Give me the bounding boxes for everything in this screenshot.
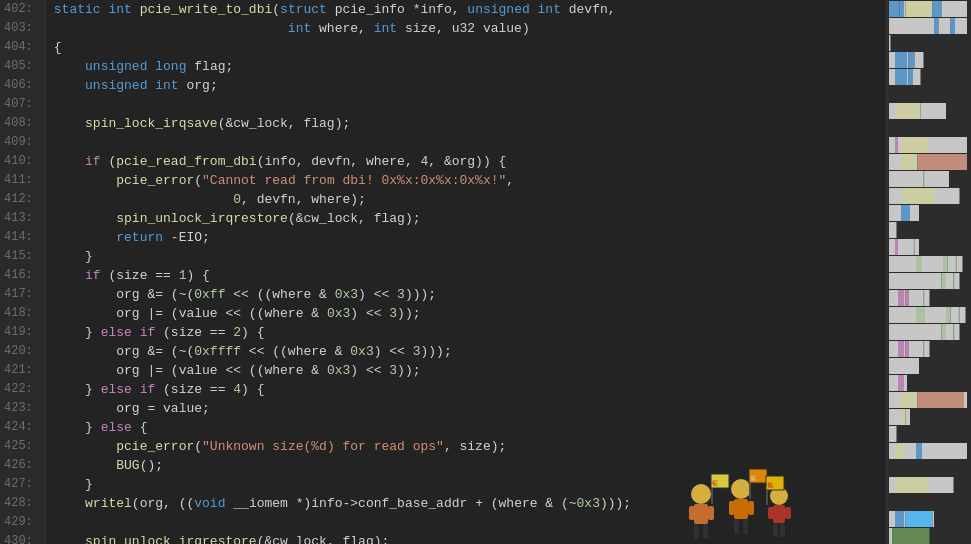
table-row: 413: spin_unlock_irqrestore(&cw_lock, fl… bbox=[0, 209, 886, 228]
line-number: 429: bbox=[0, 513, 45, 532]
line-number: 410: bbox=[0, 152, 45, 171]
line-code: static int pcie_write_to_dbi(struct pcie… bbox=[45, 0, 886, 19]
table-row: 427: } bbox=[0, 475, 886, 494]
line-number: 426: bbox=[0, 456, 45, 475]
table-row: 425: pcie_error("Unknown size(%d) for re… bbox=[0, 437, 886, 456]
line-number: 420: bbox=[0, 342, 45, 361]
line-code: pcie_error("Unknown size(%d) for read op… bbox=[45, 437, 886, 456]
line-code: writel(org, ((void __iomem *)info->conf_… bbox=[45, 494, 886, 513]
line-code: 0, devfn, where); bbox=[45, 190, 886, 209]
line-code: spin_unlock_irqrestore(&cw_lock, flag); bbox=[45, 209, 886, 228]
code-editor: 402:static int pcie_write_to_dbi(struct … bbox=[0, 0, 886, 544]
table-row: 417: org &= (~(0xff << ((where & 0x3) <<… bbox=[0, 285, 886, 304]
line-number: 411: bbox=[0, 171, 45, 190]
line-number: 417: bbox=[0, 285, 45, 304]
line-number: 422: bbox=[0, 380, 45, 399]
line-code: } bbox=[45, 247, 886, 266]
line-code bbox=[45, 513, 886, 532]
line-number: 425: bbox=[0, 437, 45, 456]
line-code: if (pcie_read_from_dbi(info, devfn, wher… bbox=[45, 152, 886, 171]
table-row: 424: } else { bbox=[0, 418, 886, 437]
line-code: BUG(); bbox=[45, 456, 886, 475]
minimap-inner bbox=[887, 0, 971, 544]
minimap[interactable] bbox=[886, 0, 971, 544]
line-number: 414: bbox=[0, 228, 45, 247]
line-code: org &= (~(0xff << ((where & 0x3) << 3)))… bbox=[45, 285, 886, 304]
code-table: 402:static int pcie_write_to_dbi(struct … bbox=[0, 0, 886, 544]
line-code: spin_unlock_irqrestore(&cw_lock, flag); bbox=[45, 532, 886, 544]
line-number: 423: bbox=[0, 399, 45, 418]
table-row: 418: org |= (value << ((where & 0x3) << … bbox=[0, 304, 886, 323]
table-row: 414: return -EIO; bbox=[0, 228, 886, 247]
table-row: 422: } else if (size == 4) { bbox=[0, 380, 886, 399]
line-code bbox=[45, 95, 886, 114]
table-row: 403: int where, int size, u32 value) bbox=[0, 19, 886, 38]
line-number: 404: bbox=[0, 38, 45, 57]
table-row: 409: bbox=[0, 133, 886, 152]
line-number: 415: bbox=[0, 247, 45, 266]
table-row: 410: if (pcie_read_from_dbi(info, devfn,… bbox=[0, 152, 886, 171]
line-code: unsigned long flag; bbox=[45, 57, 886, 76]
line-code: spin_lock_irqsave(&cw_lock, flag); bbox=[45, 114, 886, 133]
line-number: 412: bbox=[0, 190, 45, 209]
line-number: 406: bbox=[0, 76, 45, 95]
table-row: 426: BUG(); bbox=[0, 456, 886, 475]
line-number: 402: bbox=[0, 0, 45, 19]
line-code: } else if (size == 2) { bbox=[45, 323, 886, 342]
line-number: 430: bbox=[0, 532, 45, 544]
table-row: 402:static int pcie_write_to_dbi(struct … bbox=[0, 0, 886, 19]
line-code: pcie_error("Cannot read from dbi! 0x%x:0… bbox=[45, 171, 886, 190]
table-row: 430: spin_unlock_irqrestore(&cw_lock, fl… bbox=[0, 532, 886, 544]
line-code: { bbox=[45, 38, 886, 57]
line-code: } else if (size == 4) { bbox=[45, 380, 886, 399]
line-code: return -EIO; bbox=[45, 228, 886, 247]
line-number: 405: bbox=[0, 57, 45, 76]
table-row: 416: if (size == 1) { bbox=[0, 266, 886, 285]
table-row: 404:{ bbox=[0, 38, 886, 57]
table-row: 428: writel(org, ((void __iomem *)info->… bbox=[0, 494, 886, 513]
line-code: int where, int size, u32 value) bbox=[45, 19, 886, 38]
line-code: if (size == 1) { bbox=[45, 266, 886, 285]
table-row: 420: org &= (~(0xffff << ((where & 0x3) … bbox=[0, 342, 886, 361]
table-row: 421: org |= (value << ((where & 0x3) << … bbox=[0, 361, 886, 380]
table-row: 412: 0, devfn, where); bbox=[0, 190, 886, 209]
line-number: 424: bbox=[0, 418, 45, 437]
line-number: 428: bbox=[0, 494, 45, 513]
line-code: org |= (value << ((where & 0x3) << 3)); bbox=[45, 361, 886, 380]
line-number: 427: bbox=[0, 475, 45, 494]
table-row: 419: } else if (size == 2) { bbox=[0, 323, 886, 342]
line-code bbox=[45, 133, 886, 152]
line-number: 413: bbox=[0, 209, 45, 228]
table-row: 406: unsigned int org; bbox=[0, 76, 886, 95]
table-row: 411: pcie_error("Cannot read from dbi! 0… bbox=[0, 171, 886, 190]
table-row: 429: bbox=[0, 513, 886, 532]
minimap-viewport bbox=[887, 0, 971, 544]
line-code: } else { bbox=[45, 418, 886, 437]
line-code: org &= (~(0xffff << ((where & 0x3) << 3)… bbox=[45, 342, 886, 361]
line-code: org = value; bbox=[45, 399, 886, 418]
line-code: unsigned int org; bbox=[45, 76, 886, 95]
table-row: 423: org = value; bbox=[0, 399, 886, 418]
line-number: 409: bbox=[0, 133, 45, 152]
table-row: 405: unsigned long flag; bbox=[0, 57, 886, 76]
table-row: 408: spin_lock_irqsave(&cw_lock, flag); bbox=[0, 114, 886, 133]
line-number: 421: bbox=[0, 361, 45, 380]
line-code: org |= (value << ((where & 0x3) << 3)); bbox=[45, 304, 886, 323]
line-code: } bbox=[45, 475, 886, 494]
table-row: 415: } bbox=[0, 247, 886, 266]
line-number: 408: bbox=[0, 114, 45, 133]
line-number: 403: bbox=[0, 19, 45, 38]
line-number: 419: bbox=[0, 323, 45, 342]
table-row: 407: bbox=[0, 95, 886, 114]
line-number: 407: bbox=[0, 95, 45, 114]
line-number: 418: bbox=[0, 304, 45, 323]
line-number: 416: bbox=[0, 266, 45, 285]
